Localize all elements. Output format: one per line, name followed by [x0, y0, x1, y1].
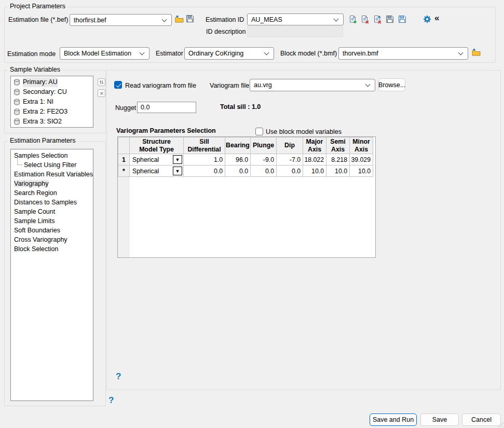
open-block-model-folder-icon[interactable]	[472, 48, 481, 56]
sample-variable-item[interactable]: Primary: AU	[11, 77, 93, 87]
total-sill-label: Total sill : 1.0	[220, 103, 261, 111]
column-header: Sill Differential	[184, 137, 225, 154]
estimation-parameter-item[interactable]: Block Selection	[11, 244, 93, 254]
estimation-parameter-item[interactable]: Select Using Filter	[11, 160, 93, 170]
table-cell[interactable]: 0.0	[225, 165, 251, 177]
save-and-run-button[interactable]: Save and Run	[370, 413, 417, 426]
settings-gear-icon[interactable]	[423, 15, 431, 23]
estimation-parameter-item[interactable]: Search Region	[11, 188, 93, 198]
help-icon-panel[interactable]: ?	[116, 371, 121, 382]
estimation-parameter-item[interactable]: Sample Count	[11, 207, 93, 216]
variable-cylinder-icon	[14, 99, 20, 105]
project-parameters-title: Project Parameters	[8, 3, 67, 10]
estimation-parameter-item[interactable]: Estimation Result Variables	[11, 170, 93, 179]
variable-cylinder-icon	[14, 118, 20, 125]
variogram-parameters-title: Variogram Parameters Selection	[116, 127, 216, 134]
save-id-as-icon[interactable]	[398, 15, 406, 23]
estimation-id-label: Estimation ID	[206, 16, 244, 23]
table-cell[interactable]: 0.0	[277, 165, 303, 177]
row-header[interactable]: 1	[118, 154, 130, 165]
save-label: Save	[432, 416, 447, 423]
cancel-button[interactable]: Cancel	[462, 413, 501, 426]
table-cell[interactable]: 8.218	[326, 154, 350, 165]
read-variogram-checkbox[interactable]	[114, 81, 122, 89]
estimator-label: Estimator	[156, 50, 183, 57]
collapse-chevrons-icon[interactable]: «	[434, 13, 439, 23]
estimation-parameters-list[interactable]: Samples SelectionSelect Using FilterEsti…	[10, 149, 93, 401]
variogram-file-value: au.vrg	[254, 81, 272, 89]
estimation-dialog: { "project_parameters": { "title": "Proj…	[0, 0, 504, 428]
column-header: Plunge	[251, 137, 277, 154]
save-file-icon[interactable]	[186, 15, 194, 23]
cancel-label: Cancel	[471, 416, 492, 423]
estimation-id-value: AU_MEAS	[251, 16, 282, 23]
browse-label: Browse...	[378, 81, 405, 89]
table-row: 1Spherical▼1.096.0-9.0-7.018.0228.21839.…	[118, 154, 373, 165]
block-model-combo[interactable]: thorvein.bmf	[338, 47, 468, 60]
estimation-parameter-item[interactable]: Samples Selection	[11, 151, 93, 160]
table-cell[interactable]: 10.0	[350, 165, 373, 177]
estimation-parameter-label: Variography	[14, 180, 48, 187]
sample-variable-label: Extra 1: NI	[23, 97, 53, 107]
estimation-parameter-item[interactable]: Variography	[11, 179, 93, 188]
clear-variables-button[interactable]	[98, 89, 105, 97]
structure-model-cell[interactable]: Spherical▼	[130, 154, 184, 165]
table-row: *Spherical▼0.00.00.00.010.010.010.0	[118, 165, 373, 177]
table-cell[interactable]: 18.022	[303, 154, 326, 165]
reorder-variables-button[interactable]	[98, 78, 105, 86]
sample-variable-item[interactable]: Secondary: CU	[11, 87, 93, 97]
rename-id-icon[interactable]	[373, 15, 382, 24]
variogram-file-combo[interactable]: au.vrg	[250, 79, 375, 91]
sample-variable-label: Extra 3: SIO2	[23, 117, 62, 127]
table-cell[interactable]: 0.0	[251, 165, 277, 177]
estimation-mode-value: Block Model Estimation	[64, 50, 131, 57]
estimation-parameter-label: Search Region	[14, 189, 57, 197]
new-id-icon[interactable]	[349, 15, 357, 24]
structure-model-value: Spherical	[132, 168, 159, 175]
estimation-parameter-label: Sample Count	[14, 208, 55, 215]
nugget-input[interactable]: 0.0	[137, 102, 196, 113]
use-block-model-checkbox[interactable]	[255, 128, 263, 135]
estimation-id-combo[interactable]: AU_MEAS	[247, 13, 344, 25]
estimation-parameter-item[interactable]: Cross Variography	[11, 235, 93, 244]
estimation-parameter-label: Distances to Samples	[14, 199, 77, 206]
table-cell[interactable]: 0.0	[184, 165, 225, 177]
nugget-value: 0.0	[141, 104, 149, 111]
estimator-combo[interactable]: Ordinary CoKriging	[184, 47, 274, 60]
variogram-table[interactable]: Structure Model TypeSill DifferentialBea…	[118, 137, 373, 177]
table-cell[interactable]: -9.0	[251, 154, 277, 165]
table-cell[interactable]: 1.0	[184, 154, 225, 165]
table-cell[interactable]: -7.0	[277, 154, 303, 165]
sample-variables-list[interactable]: Primary: AUSecondary: CUExtra 1: NIExtra…	[10, 76, 93, 128]
open-folder-icon[interactable]	[175, 15, 184, 23]
estimation-parameter-item[interactable]: Sample Limits	[11, 216, 93, 226]
variable-cylinder-icon	[14, 89, 20, 95]
estimation-mode-label: Estimation mode	[7, 50, 56, 58]
structure-dropdown-button[interactable]: ▼	[173, 167, 182, 175]
help-icon-dialog[interactable]: ?	[108, 395, 114, 406]
estimation-parameter-label: Cross Variography	[14, 236, 67, 243]
estimation-parameter-label: Soft Boundaries	[14, 227, 60, 234]
id-description-field	[247, 26, 343, 37]
estimation-parameter-item[interactable]: Distances to Samples	[11, 198, 93, 207]
estimation-parameter-label: Sample Limits	[14, 217, 55, 225]
table-cell[interactable]: 10.0	[326, 165, 350, 177]
structure-model-cell[interactable]: Spherical▼	[130, 165, 184, 177]
table-cell[interactable]: 96.0	[225, 154, 251, 165]
save-button[interactable]: Save	[420, 413, 459, 426]
nugget-label: Nugget	[115, 104, 136, 112]
estimation-parameter-item[interactable]: Soft Boundaries	[11, 226, 93, 235]
estimation-mode-combo[interactable]: Block Model Estimation	[60, 47, 149, 60]
estimation-file-combo[interactable]: thorfirst.bef	[70, 14, 172, 26]
sample-variable-item[interactable]: Extra 2: FE2O3	[11, 107, 93, 117]
row-header[interactable]: *	[118, 165, 130, 177]
save-id-icon[interactable]	[386, 15, 394, 23]
delete-id-icon[interactable]	[361, 15, 369, 24]
table-cell[interactable]: 10.0	[303, 165, 326, 177]
table-cell[interactable]: 39.029	[350, 154, 373, 165]
sample-variable-item[interactable]: Extra 1: NI	[11, 97, 93, 107]
column-header: Major Axis	[303, 137, 326, 154]
browse-button[interactable]: Browse...	[378, 78, 405, 91]
sample-variable-item[interactable]: Extra 3: SIO2	[11, 117, 93, 127]
structure-dropdown-button[interactable]: ▼	[173, 155, 182, 164]
